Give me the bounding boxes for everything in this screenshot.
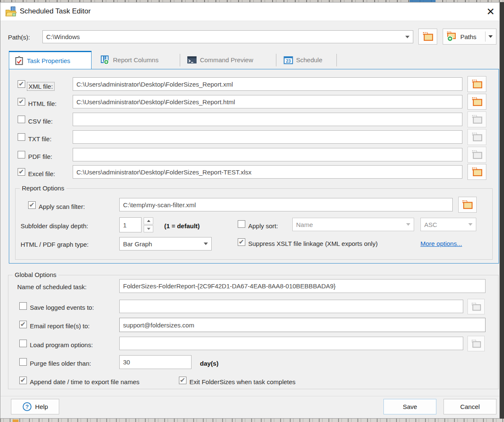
- tab-task-properties[interactable]: Task Properties: [9, 51, 92, 69]
- html-file-input[interactable]: [73, 95, 462, 108]
- save-button[interactable]: Save: [383, 399, 436, 414]
- close-icon[interactable]: ✕: [483, 5, 498, 18]
- tab-bar: Task Properties Report Columns Command P…: [0, 51, 499, 69]
- scan-filter-input[interactable]: [119, 198, 453, 211]
- calendar-day-text: 23: [286, 58, 291, 63]
- up-arrow-icon: [147, 220, 150, 222]
- apply-sort-checkbox[interactable]: [238, 220, 245, 228]
- report-options-title: Report Options: [20, 185, 66, 192]
- tab-separator: [180, 54, 180, 66]
- apply-sort-label: Apply sort:: [248, 222, 278, 229]
- xml-file-checkbox[interactable]: [18, 80, 25, 88]
- load-options-browse-button: [467, 336, 485, 351]
- txt-file-checkbox[interactable]: [18, 133, 25, 141]
- help-icon: ?: [22, 402, 32, 411]
- help-button[interactable]: ? Help: [11, 399, 59, 414]
- purge-days-input[interactable]: [119, 355, 192, 369]
- tab-schedule[interactable]: 23 Schedule: [278, 51, 328, 69]
- scan-filter-browse-button[interactable]: [458, 197, 477, 213]
- tab-label: Command Preview: [200, 56, 253, 63]
- suppress-xslt-label: Suppress XSLT file linkage (XML exports …: [248, 240, 378, 247]
- calendar-icon: 23: [284, 55, 293, 64]
- depth-spin-down-button[interactable]: [144, 225, 153, 232]
- pdf-file-label: PDF file:: [28, 153, 52, 160]
- append-datetime-checkbox[interactable]: [19, 377, 27, 384]
- save-logged-input[interactable]: [119, 300, 463, 313]
- paths-label: Path(s):: [8, 34, 30, 41]
- load-options-input[interactable]: [119, 337, 463, 350]
- global-options-title: Global Options: [13, 271, 58, 278]
- apply-scan-filter-checkbox[interactable]: [28, 201, 36, 209]
- xml-file-input[interactable]: [73, 77, 462, 91]
- browse-path-button[interactable]: [418, 29, 437, 45]
- footer-divider: [0, 396, 499, 396]
- chevron-down-icon: [468, 223, 472, 226]
- sort-field-combobox: Name: [292, 218, 414, 231]
- excel-file-label: Excel file:: [28, 170, 55, 177]
- pdf-browse-button: [467, 147, 486, 163]
- email-report-label: Email report file(s) to:: [30, 322, 90, 330]
- html-browse-button[interactable]: [467, 94, 486, 110]
- subfolder-depth-label: Subfolder display depth:: [21, 222, 88, 229]
- excel-file-input[interactable]: [73, 165, 462, 179]
- title-bar: Scheduled Task Editor ✕: [0, 3, 499, 21]
- exit-on-complete-label: Exit FolderSizes when task completes: [189, 378, 296, 385]
- tab-separator: [336, 54, 337, 66]
- excel-file-checkbox[interactable]: [18, 168, 25, 176]
- more-options-link[interactable]: More options...: [420, 240, 462, 247]
- down-arrow-icon: [147, 228, 150, 230]
- scheduled-task-editor-dialog: Scheduled Task Editor ✕ Path(s): C:\Wind…: [0, 2, 500, 419]
- suppress-xslt-checkbox[interactable]: [238, 238, 245, 246]
- help-button-label: Help: [35, 403, 48, 410]
- folder-icon: [471, 302, 482, 311]
- load-options-checkbox[interactable]: [19, 340, 27, 347]
- txt-file-label: TXT file:: [28, 135, 52, 142]
- exit-on-complete-checkbox[interactable]: [179, 377, 186, 384]
- folder-icon: [462, 200, 473, 210]
- purge-unit-label: day(s): [200, 360, 218, 367]
- pdf-file-checkbox[interactable]: [18, 151, 25, 158]
- task-name-input[interactable]: [119, 279, 486, 293]
- paths-button-label: Paths: [460, 33, 476, 40]
- tab-label: Schedule: [296, 56, 323, 63]
- split-divider: [485, 32, 486, 42]
- cancel-button-label: Cancel: [460, 403, 480, 410]
- add-paths-button[interactable]: Paths: [443, 29, 496, 45]
- path-combobox[interactable]: C:\Windows: [42, 30, 413, 43]
- add-folder-icon: [446, 31, 457, 42]
- folder-icon: [471, 97, 483, 107]
- chevron-down-icon: [406, 223, 410, 226]
- subfolder-depth-input[interactable]: [119, 217, 142, 232]
- csv-file-input[interactable]: [73, 113, 462, 126]
- email-report-checkbox[interactable]: [19, 321, 27, 328]
- purge-files-checkbox[interactable]: [19, 358, 27, 366]
- sort-direction-combobox: ASC: [420, 218, 476, 231]
- append-datetime-label: Append date / time to export file names: [30, 378, 139, 385]
- background-folder-fragment: [13, 419, 18, 422]
- excel-browse-button[interactable]: [467, 164, 486, 180]
- folder-icon: [471, 167, 483, 177]
- paths-dropdown-chevron-icon[interactable]: [488, 35, 493, 38]
- load-options-label: Load program options:: [30, 341, 93, 348]
- save-logged-checkbox[interactable]: [19, 302, 27, 310]
- sort-field-value: Name: [296, 221, 406, 228]
- graph-type-label: HTML / PDF graph type:: [21, 241, 89, 248]
- save-logged-browse-button: [467, 299, 485, 314]
- depth-spin-up-button[interactable]: [144, 217, 153, 224]
- folder-icon: [471, 132, 483, 142]
- tab-command-preview[interactable]: Command Preview: [182, 51, 258, 69]
- email-report-input[interactable]: [119, 318, 486, 332]
- tab-report-columns[interactable]: Report Columns: [95, 51, 163, 69]
- csv-file-label: CSV file:: [28, 118, 52, 125]
- html-file-checkbox[interactable]: [18, 98, 25, 106]
- xml-browse-button[interactable]: [467, 76, 486, 92]
- scheduled-task-icon: [5, 6, 17, 17]
- pdf-file-input[interactable]: [73, 148, 462, 161]
- folder-icon: [471, 79, 483, 89]
- purge-files-label: Purge files older than:: [30, 360, 91, 367]
- graph-type-combobox[interactable]: Bar Graph: [119, 237, 212, 251]
- xml-file-label: XML file:: [27, 82, 55, 91]
- txt-file-input[interactable]: [73, 130, 462, 144]
- cancel-button[interactable]: Cancel: [444, 399, 496, 414]
- csv-file-checkbox[interactable]: [18, 116, 25, 123]
